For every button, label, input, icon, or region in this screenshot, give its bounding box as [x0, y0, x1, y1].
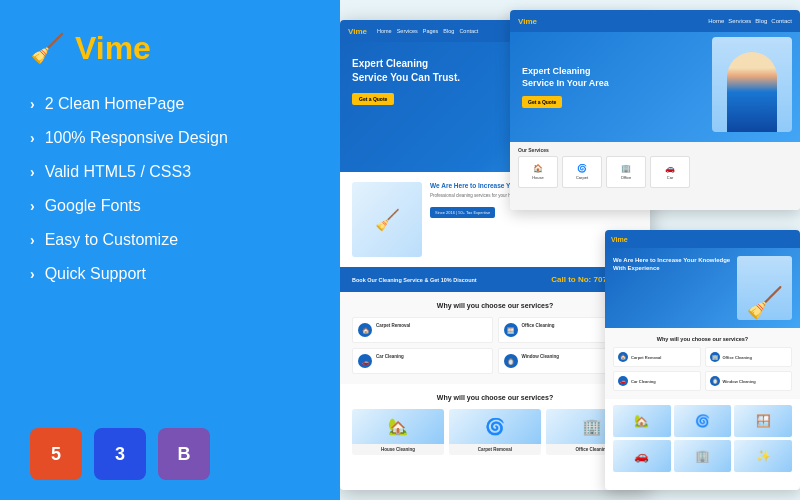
chevron-icon-3: › [30, 164, 35, 180]
prs-img-2: 🌀 [674, 405, 732, 437]
prs-hero-image: 🧹 [737, 256, 792, 320]
preview-right-sub: Vime We Are Here to Increase Your Knowle… [605, 230, 800, 490]
pt-hero-btn: Get a Quote [522, 96, 562, 108]
pt-hero-image [712, 37, 792, 132]
prs-header: Vime [605, 230, 800, 248]
pt-sc-3: 🏢 Office [606, 156, 646, 188]
pb-why-grid: 🏠 Carpet Removal 🪟 Office Cleaning 🚗 Car… [352, 317, 638, 374]
pt-sc-icon-2: 🌀 [577, 164, 587, 173]
pb-hero-cta: Get a Quote [352, 93, 394, 105]
chevron-icon-6: › [30, 266, 35, 282]
pt-nav-2: Services [728, 18, 751, 24]
feature-text-4: Google Fonts [45, 197, 141, 215]
feature-text-1: 2 Clean HomePage [45, 95, 185, 113]
prs-img-3: 🪟 [734, 405, 792, 437]
why-icon-2: 🪟 [504, 323, 518, 337]
css3-badge: 3 [94, 428, 146, 480]
why-item-3: 🚗 Car Cleaning [352, 348, 493, 374]
pb-blue-banner: Book Our Cleaning Service & Get 10% Disc… [340, 267, 650, 292]
service-label-1: House Cleaning [352, 444, 444, 455]
why-label-1: Carpet Removal [376, 323, 410, 329]
pt-sc-4: 🚗 Car [650, 156, 690, 188]
tech-badges: 5 3 B [30, 428, 330, 480]
pt-sc-icon-1: 🏠 [533, 164, 543, 173]
prs-img-1: 🏡 [613, 405, 671, 437]
pt-services-row: 🏠 House 🌀 Carpet 🏢 Office 🚗 Car [518, 156, 792, 188]
prs-item-2: 🏢 Office Cleaning [705, 347, 793, 367]
pt-sc-label-2: Carpet [576, 175, 588, 180]
prs-image-grid: 🏡 🌀 🪟 🚗 🏢 ✨ [605, 399, 800, 478]
pt-sc-icon-4: 🚗 [665, 164, 675, 173]
preview-top-right: Vime Home Services Blog Contact Expert C… [510, 10, 800, 210]
pt-sc-icon-3: 🏢 [621, 164, 631, 173]
prs-img-5: 🏢 [674, 440, 732, 472]
pt-sc-2: 🌀 Carpet [562, 156, 602, 188]
html5-label: 5 [51, 444, 61, 465]
pb-why-section: Why will you choose our services? 🏠 Carp… [340, 292, 650, 384]
pt-sc-1: 🏠 House [518, 156, 558, 188]
pb-nav-blog: Blog [443, 28, 454, 34]
pt-bottom: Our Services 🏠 House 🌀 Carpet 🏢 Office [510, 142, 800, 210]
prs-why-grid: 🏠 Carpet Removal 🏢 Office Cleaning 🚗 Car… [613, 347, 792, 391]
pt-sc-label-1: House [532, 175, 544, 180]
prs-dot-2: 🏢 [710, 352, 720, 362]
pt-nav-1: Home [708, 18, 724, 24]
feature-text-5: Easy to Customize [45, 231, 178, 249]
chevron-icon-5: › [30, 232, 35, 248]
prs-item-label-2: Office Cleaning [723, 355, 752, 360]
service-img-1: 🏡 [352, 409, 444, 444]
css3-label: 3 [115, 444, 125, 465]
service-img-2: 🌀 [449, 409, 541, 444]
prs-item-label-3: Car Cleaning [631, 379, 656, 384]
why-item-1: 🏠 Carpet Removal [352, 317, 493, 343]
why-label-4: Window Cleaning [522, 354, 559, 360]
pt-nav-4: Contact [771, 18, 792, 24]
prs-dot-4: 🪞 [710, 376, 720, 386]
pt-hero-text: Expert Cleaning Service In Your Area Get… [522, 66, 622, 107]
pt-hero-title: Expert Cleaning Service In Your Area [522, 66, 622, 89]
feature-item-4: › Google Fonts [30, 197, 330, 215]
left-panel: 🧹 Vime › 2 Clean HomePage › 100% Respons… [0, 0, 360, 500]
logo-icon: 🧹 [30, 32, 65, 65]
preview-container: Vime Home Services Pages Blog Contact Ex… [340, 0, 800, 500]
service-card-2: 🌀 Carpet Removal [449, 409, 541, 455]
feature-text-6: Quick Support [45, 265, 146, 283]
feature-item-1: › 2 Clean HomePage [30, 95, 330, 113]
prs-why-title: Why will you choose our services? [613, 336, 792, 342]
feature-item-2: › 100% Responsive Design [30, 129, 330, 147]
prs-item-3: 🚗 Car Cleaning [613, 371, 701, 391]
person-shape [727, 52, 777, 132]
pb-why-title: Why will you choose our services? [352, 302, 638, 309]
chevron-icon-2: › [30, 130, 35, 146]
pb-logo: Vime [348, 27, 367, 36]
pb-services-grid: 🏡 House Cleaning 🌀 Carpet Removal 🏢 Offi… [352, 409, 638, 455]
why-label-2: Office Cleaning [522, 323, 555, 329]
prs-item-label-4: Window Cleaning [723, 379, 756, 384]
feature-text-3: Valid HTML5 / CSS3 [45, 163, 191, 181]
why-label-3: Car Cleaning [376, 354, 404, 360]
prs-hero: We Are Here to Increase Your Knowledge W… [605, 248, 800, 328]
pt-logo: Vime [518, 17, 537, 26]
pb-about-image: 🧹 [352, 182, 422, 257]
prs-img-4: 🚗 [613, 440, 671, 472]
prs-hero-title: We Are Here to Increase Your Knowledge W… [613, 256, 731, 273]
pt-sc-label-3: Office [621, 175, 631, 180]
feature-item-5: › Easy to Customize [30, 231, 330, 249]
html5-badge: 5 [30, 428, 82, 480]
prs-why-section: Why will you choose our services? 🏠 Carp… [605, 328, 800, 399]
pb-about-badge: Since 2016 | 50+ Tax Expertise [430, 207, 495, 218]
pb-nav-pages: Pages [423, 28, 439, 34]
prs-item-1: 🏠 Carpet Removal [613, 347, 701, 367]
bootstrap-badge: B [158, 428, 210, 480]
bootstrap-label: B [178, 444, 191, 465]
pb-banner-cta: Book Our Cleaning Service & Get 10% Disc… [352, 277, 477, 283]
brand-name: Vime [75, 30, 151, 67]
prs-img-6: ✨ [734, 440, 792, 472]
pt-nav-3: Blog [755, 18, 767, 24]
logo: 🧹 Vime [30, 30, 330, 67]
chevron-icon-4: › [30, 198, 35, 214]
prs-item-label-1: Carpet Removal [631, 355, 661, 360]
service-card-1: 🏡 House Cleaning [352, 409, 444, 455]
feature-item-3: › Valid HTML5 / CSS3 [30, 163, 330, 181]
pb-nav-home: Home [377, 28, 392, 34]
